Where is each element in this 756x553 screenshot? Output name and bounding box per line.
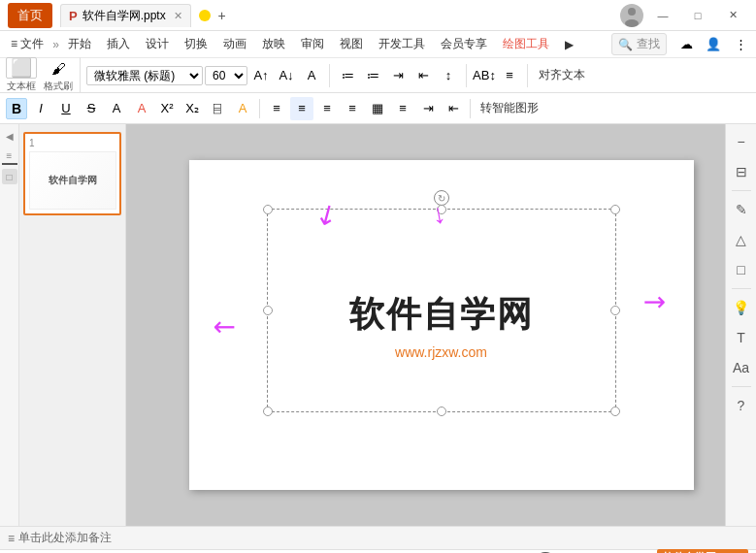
subscript-btn[interactable]: X₂ <box>181 97 204 120</box>
menu-insert[interactable]: 插入 <box>100 33 137 55</box>
textbox-label: 文本框 <box>7 80 36 93</box>
shape-btn[interactable]: △ <box>728 226 755 253</box>
paragraph-section: ≔ ≔ ⇥ ⇤ ↕ <box>336 64 467 87</box>
font-section: 微软雅黑 (标题) 60 A↑ A↓ A <box>86 64 330 87</box>
main-layout: ◀ ≡ □ 1 软件自学网 ↻ <box>0 124 756 526</box>
strikethrough-btn[interactable]: S <box>80 97 103 120</box>
close-tab-icon[interactable]: ✕ <box>174 10 182 22</box>
toolbar-row1: ⬜ 文本框 🖌 格式刷 微软雅黑 (标题) 60 A↑ A↓ A ≔ ≔ ⇥ ⇤… <box>0 58 756 93</box>
rt-divider1 <box>732 190 751 191</box>
slide-canvas[interactable]: ↻ ↙ ↙ ↘ ↓ 软件自学网 www.rjzxw.com <box>189 160 694 490</box>
more-align-btn[interactable]: ≡ <box>391 97 414 120</box>
slide-thumbnail[interactable]: 1 软件自学网 <box>23 132 121 215</box>
menu-file[interactable]: ≡ 文件 <box>4 33 50 55</box>
document-title: 软件自学网.pptx <box>82 8 166 24</box>
slide-number: 1 <box>29 138 115 148</box>
zoom-minus-side-btn[interactable]: − <box>728 128 755 155</box>
home-button[interactable]: 首页 <box>8 3 52 28</box>
indent2-btn[interactable]: ⇥ <box>416 97 440 120</box>
status-dot <box>199 10 211 21</box>
menu-view[interactable]: 视图 <box>333 33 370 55</box>
rt-divider3 <box>732 386 751 387</box>
menu-animation[interactable]: 动画 <box>216 33 253 55</box>
help-btn[interactable]: ? <box>728 392 755 419</box>
bold-btn[interactable]: B <box>6 98 27 119</box>
layers-btn[interactable]: ⊟ <box>728 158 755 185</box>
minimize-button[interactable]: — <box>647 6 678 25</box>
superscript-btn[interactable]: X² <box>155 97 179 120</box>
slide-content: 软件自学网 www.rjzxw.com <box>189 160 694 490</box>
slide-preview: 软件自学网 <box>29 151 116 210</box>
columns-btn[interactable]: ▦ <box>366 97 389 120</box>
menu-design[interactable]: 设计 <box>139 33 176 55</box>
highlight-btn[interactable]: A <box>231 97 254 120</box>
settings-icon[interactable]: ⋮ <box>729 33 752 56</box>
text-format-btn[interactable]: T <box>728 324 755 351</box>
format-brush-icon[interactable]: 🖌 <box>43 57 74 79</box>
textbox-section: ⬜ 文本框 🖌 格式刷 <box>6 57 81 93</box>
menu-transition[interactable]: 切换 <box>178 33 214 55</box>
menu-expand[interactable]: ▶ <box>558 35 580 54</box>
smart-shape-btn[interactable]: 转智能图形 <box>476 98 543 118</box>
shadow-btn[interactable]: A <box>105 97 128 120</box>
align-section: AB↕ ≡ <box>473 64 528 87</box>
text-dir-btn[interactable]: AB↕ <box>473 64 496 87</box>
avatar <box>620 4 643 27</box>
menu-slideshow[interactable]: 放映 <box>255 33 292 55</box>
align-text-right-btn[interactable]: 对齐文本 <box>534 65 590 85</box>
justify-btn[interactable]: ≡ <box>341 97 364 120</box>
main-canvas-area: ↻ ↙ ↙ ↘ ↓ 软件自学网 www.rjzxw.com − <box>126 124 756 526</box>
document-tab[interactable]: P 软件自学网.pptx ✕ <box>60 4 191 27</box>
numbered-list-btn[interactable]: ≔ <box>361 64 384 87</box>
indent-btn[interactable]: ⇥ <box>386 64 410 87</box>
clear-format-btn[interactable]: A <box>300 64 323 87</box>
maximize-button[interactable]: □ <box>682 6 713 25</box>
menu-review[interactable]: 审阅 <box>294 33 331 55</box>
align-center-btn[interactable]: ≡ <box>290 97 313 120</box>
outline-view-btn[interactable]: □ <box>2 169 17 184</box>
idea-btn[interactable]: 💡 <box>728 294 755 321</box>
title-bar: 首页 P 软件自学网.pptx ✕ + — □ ✕ <box>0 0 756 31</box>
italic-btn[interactable]: I <box>29 97 52 120</box>
textbox-icon[interactable]: ⬜ <box>6 57 37 79</box>
close-button[interactable]: ✕ <box>717 6 748 25</box>
equal-spacing-btn[interactable]: ⌸ <box>206 97 229 120</box>
outdent2-btn[interactable]: ⇤ <box>442 97 465 120</box>
search-icon: 🔍 <box>618 38 633 51</box>
font-color-btn[interactable]: A <box>130 97 153 120</box>
font-size-up-btn[interactable]: A↑ <box>249 64 273 87</box>
status-right: ▦ ▦ □ ▶ • ⊡ − 42% + 软件自学网 WWW.RJZXW.COM <box>466 549 748 553</box>
notes-bar[interactable]: ≡ 单击此处添加备注 <box>0 526 756 549</box>
align-left-btn[interactable]: ≡ <box>265 97 288 120</box>
collapse-panel-btn[interactable]: ◀ <box>2 128 17 144</box>
cloud-icon[interactable]: ☁ <box>674 33 698 56</box>
convert-section: 对齐文本 <box>534 65 596 85</box>
add-tab-button[interactable]: + <box>211 4 234 27</box>
notes-icon: ≡ <box>8 532 15 545</box>
line-spacing-btn[interactable]: ↕ <box>437 64 460 87</box>
menu-start[interactable]: 开始 <box>61 33 98 55</box>
menu-developer[interactable]: 开发工具 <box>372 33 432 55</box>
brand-badge: 软件自学网 WWW.RJZXW.COM <box>657 549 748 553</box>
crop-btn[interactable]: □ <box>728 256 755 283</box>
font-size-down-btn[interactable]: A↓ <box>275 64 298 87</box>
underline-btn[interactable]: U <box>54 97 78 120</box>
menu-vip[interactable]: 会员专享 <box>434 33 494 55</box>
menu-draw-tools[interactable]: 绘图工具 <box>496 33 556 55</box>
align-right-btn[interactable]: ≡ <box>315 97 339 120</box>
font-size-select[interactable]: 60 <box>205 66 247 85</box>
outdent-btn[interactable]: ⇤ <box>411 64 435 87</box>
slide-view-btn[interactable]: ≡ <box>2 149 17 165</box>
toolbar-divider <box>259 99 260 118</box>
status-bar: 幻灯片 1 / 1 Office 主题 ≡ 备注 · □ 批注 ▦ ▦ □ ▶ … <box>0 549 756 553</box>
notes-text: 单击此处添加备注 <box>18 530 112 546</box>
align-text-btn[interactable]: ≡ <box>498 64 521 87</box>
svg-point-1 <box>625 19 639 27</box>
search-box[interactable]: 🔍 查找 <box>611 33 667 55</box>
bullet-list-btn[interactable]: ≔ <box>336 64 359 87</box>
left-panel: ◀ ≡ □ <box>0 124 19 526</box>
share-icon[interactable]: 👤 <box>702 33 725 56</box>
pen-btn[interactable]: ✎ <box>728 196 755 223</box>
font-family-select[interactable]: 微软雅黑 (标题) <box>86 66 203 85</box>
text-style-btn[interactable]: Aa <box>728 354 755 381</box>
